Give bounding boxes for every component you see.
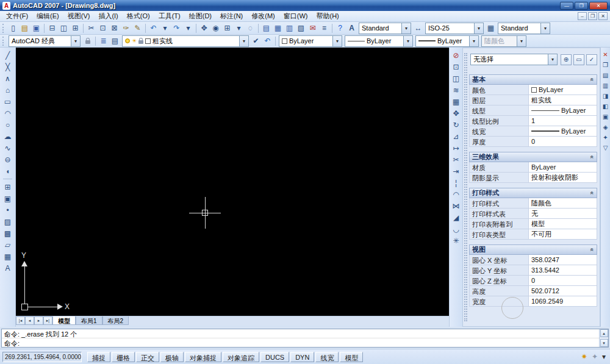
property-value[interactable]: ByLayer (529, 85, 597, 95)
text-style-combo[interactable]: Standard ▾ (359, 23, 411, 34)
status-menu-arrow-icon[interactable]: ▾ (602, 352, 606, 361)
property-value[interactable]: ByLayer (529, 162, 597, 172)
menu-item-7[interactable]: 绘图(D) (185, 11, 216, 21)
layer-previous-icon[interactable]: ↶ (262, 35, 273, 47)
undo-dropdown-icon[interactable]: ▾ (159, 23, 171, 34)
hatch-icon[interactable]: ▨ (2, 216, 14, 227)
right-toolbar-icon-5[interactable]: ◨ (601, 91, 610, 101)
fillet-icon[interactable]: ◡ (450, 223, 462, 235)
layer-states-manager-icon[interactable]: ▤ (109, 35, 121, 47)
status-toggle-2[interactable]: 栅格 (112, 352, 135, 362)
property-value[interactable]: 502.0712 (529, 286, 597, 296)
match-properties-icon[interactable]: ✑ (120, 23, 132, 34)
text-style-icon[interactable]: A (346, 23, 357, 34)
cut-icon[interactable]: ✂ (85, 23, 97, 34)
scale-icon[interactable]: ⊿ (450, 130, 462, 142)
revision-cloud-icon[interactable]: ☁ (2, 130, 14, 142)
close-icon[interactable]: ✕ (601, 49, 610, 60)
right-toolbar-icon-9[interactable]: ✦ (601, 132, 610, 143)
command-prompt-line[interactable]: 命令: (2, 338, 608, 348)
chevron-down-icon[interactable]: ▾ (239, 36, 248, 46)
chevron-down-icon[interactable]: ▾ (403, 36, 412, 46)
scroll-up-icon[interactable]: ▴ (600, 329, 608, 337)
layout-tab-1[interactable]: 模型 (52, 316, 76, 325)
menu-item-6[interactable]: 工具(T) (154, 11, 185, 21)
select-objects-icon[interactable]: ▭ (573, 54, 584, 65)
right-toolbar-icon-6[interactable]: ◧ (601, 101, 610, 112)
region-icon[interactable]: ▱ (2, 239, 14, 251)
tab-nav-last-icon[interactable]: ▸| (43, 316, 52, 325)
property-value[interactable]: ByLayer (529, 126, 597, 136)
chevron-down-icon[interactable]: ▾ (474, 23, 483, 34)
property-value[interactable]: 1 (529, 116, 597, 126)
property-value[interactable]: 1069.2549 (529, 296, 597, 306)
circle-icon[interactable]: ○ (2, 119, 14, 130)
move-icon[interactable]: ✥ (450, 107, 462, 119)
chamfer-icon[interactable]: ◢ (450, 212, 462, 223)
trim-icon[interactable]: ✂ (450, 154, 462, 165)
layer-combo[interactable]: ☀ 粗实线 ▾ (122, 35, 249, 47)
open-icon[interactable]: ▤ (19, 23, 30, 34)
rectangle-icon[interactable]: ▭ (2, 96, 14, 107)
section-header-1[interactable]: 基本« (469, 74, 597, 85)
palette-grab-bar[interactable] (464, 53, 467, 321)
point-icon[interactable]: • (2, 204, 14, 216)
polygon-icon[interactable]: ⌂ (2, 84, 14, 96)
dim-style-combo[interactable]: ISO-25 ▾ (425, 23, 484, 34)
chevron-down-icon[interactable]: ▾ (469, 36, 478, 46)
status-toggle-9[interactable]: 线宽 (315, 352, 339, 362)
insert-block-icon[interactable]: ⊞ (2, 181, 14, 193)
right-toolbar-icon-8[interactable]: ◈ (601, 122, 610, 132)
collapse-chevron-icon[interactable]: « (589, 78, 596, 82)
property-value[interactable]: 投射和接收阴影 (529, 173, 597, 182)
erase-icon[interactable]: ⊘ (450, 49, 462, 61)
communication-center-icon[interactable]: ✷ (581, 352, 587, 361)
publish-icon[interactable]: ⊞ (70, 23, 81, 34)
menu-item-4[interactable]: 插入(I) (94, 11, 122, 21)
paste-icon[interactable]: ⊠ (109, 23, 120, 34)
menu-item-8[interactable]: 标注(N) (216, 11, 247, 21)
plot-preview-icon[interactable]: ◫ (58, 23, 70, 34)
table-style-combo[interactable]: Standard ▾ (498, 23, 550, 34)
minimize-button[interactable]: — (560, 2, 573, 10)
zoom-window-icon[interactable]: ⊞ (221, 23, 233, 34)
coordinate-display[interactable]: 269.2361, 195.4964, 0.0000 (2, 352, 82, 362)
close-button[interactable]: ✕ (589, 2, 608, 10)
doc-restore-button[interactable]: ❐ (588, 12, 597, 20)
properties-icon[interactable]: ▤ (260, 23, 272, 34)
zoom-previous-icon[interactable]: ◌ (245, 23, 256, 34)
restore-button[interactable]: ❐ (575, 2, 588, 10)
lock-position-icon[interactable] (82, 35, 93, 47)
zoom-realtime-icon[interactable]: ◉ (210, 23, 221, 34)
menu-item-1[interactable]: 文件(F) (2, 11, 32, 21)
undo-icon[interactable]: ↶ (148, 23, 159, 34)
property-value[interactable]: 粗实线 (529, 95, 597, 105)
status-toggle-7[interactable]: DUCS (260, 352, 289, 362)
gradient-icon[interactable]: ▩ (2, 227, 14, 239)
mirror-icon[interactable]: ◫ (450, 73, 462, 84)
extend-icon[interactable]: ⇥ (450, 165, 462, 177)
toolbar-grip[interactable] (2, 37, 5, 46)
command-text-area[interactable]: 命令: _.erase 找到 12 个 命令: ▴ ▾ (1, 329, 609, 348)
save-icon[interactable]: ▣ (30, 23, 42, 34)
property-value[interactable]: 0 (529, 276, 597, 285)
lineweight-combo[interactable]: ByLayer ▾ (415, 35, 479, 47)
polyline-icon[interactable]: ∧ (2, 73, 14, 84)
doc-close-button[interactable]: ✕ (598, 12, 608, 20)
layout-tab-2[interactable]: 布局1 (76, 316, 102, 325)
line-icon[interactable]: ╱ (2, 49, 14, 61)
rotate-icon[interactable]: ↻ (450, 119, 462, 130)
color-combo[interactable]: ByLayer ▾ (279, 35, 342, 47)
toggle-pickadd-icon[interactable]: ⊕ (561, 54, 572, 65)
right-toolbar-icon-10[interactable]: ▽ (601, 143, 610, 153)
table-icon[interactable]: ▦ (2, 251, 14, 262)
make-object-layer-current-icon[interactable]: ✔ (250, 35, 262, 47)
help-icon[interactable]: ? (334, 23, 346, 34)
status-toggle-6[interactable]: 对象追踪 (223, 352, 259, 362)
tab-nav-first-icon[interactable]: |◂ (16, 316, 25, 325)
explode-icon[interactable]: ✳ (450, 235, 462, 246)
block-editor-icon[interactable]: ✎ (132, 23, 143, 34)
status-lock-icon[interactable]: ✦ (592, 352, 598, 361)
menu-item-9[interactable]: 修改(M) (247, 11, 279, 21)
status-toggle-5[interactable]: 对象捕捉 (185, 352, 221, 362)
